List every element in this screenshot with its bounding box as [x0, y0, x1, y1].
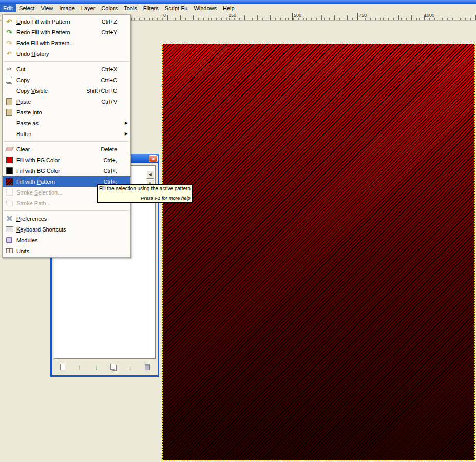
gimp-window: { "menubar": { "items": [ {"label": "Edi…: [0, 0, 476, 462]
close-icon[interactable]: ×: [149, 155, 158, 162]
new-document-icon: [60, 364, 65, 370]
stroke-selection-icon: [4, 188, 15, 197]
tooltip-text: Fill the selection using the active patt…: [99, 186, 191, 191]
canvas[interactable]: [162, 44, 475, 460]
menu-item-units[interactable]: Units: [3, 245, 130, 256]
refresh-button[interactable]: [125, 362, 136, 372]
menu-item-label: Fill with Pattern: [16, 179, 55, 185]
submenu-arrow-icon: ▶: [123, 131, 129, 136]
menu-item-cut[interactable]: Cut Ctrl+X: [3, 64, 130, 74]
menu-layer[interactable]: Layer: [78, 4, 99, 12]
paste-into-icon: [4, 108, 15, 117]
menu-item-label: Fill with FG Color: [16, 157, 60, 163]
submenu-arrow-icon: ▶: [123, 121, 129, 125]
copy-icon: [4, 75, 15, 84]
menu-item-label: Paste: [16, 99, 31, 105]
menu-item-fade[interactable]: Fade Fill with Pattern...: [3, 37, 130, 48]
menu-item-copy[interactable]: Copy Ctrl+C: [3, 74, 130, 85]
menu-item-label: Paste as: [16, 120, 39, 126]
import-arrow-icon: [129, 363, 132, 371]
clear-icon: [4, 145, 15, 153]
menu-item-label: Fill with BG Color: [16, 168, 60, 174]
menu-item-modules[interactable]: Modules: [3, 235, 130, 245]
delete-button[interactable]: [142, 362, 153, 372]
ruler-label: 500: [294, 13, 301, 18]
menu-separator: [3, 59, 130, 64]
tooltip: Fill the selection using the active patt…: [97, 184, 193, 203]
menu-item-undo-history[interactable]: Undo History: [3, 48, 130, 59]
menu-separator: [3, 208, 130, 213]
menu-item-paste-into[interactable]: Paste Into: [3, 107, 130, 118]
menu-filters[interactable]: Filters: [140, 4, 162, 12]
menu-item-keyboard-shortcuts[interactable]: Keyboard Shortcuts: [3, 224, 130, 235]
edit-menu-panel: Undo Fill with Pattern Ctrl+Z Redo Fill …: [2, 14, 131, 258]
menu-item-paste-as[interactable]: Paste as ▶: [3, 118, 130, 128]
lower-button[interactable]: [91, 362, 102, 372]
menu-item-fill-bg[interactable]: Fill with BG Color Ctrl+.: [3, 165, 130, 176]
menu-help[interactable]: Help: [220, 4, 238, 12]
menu-item-label: Preferences: [16, 216, 47, 222]
menu-item-label: Undo Fill with Pattern: [16, 18, 70, 25]
new-button[interactable]: [58, 362, 68, 372]
raise-button[interactable]: [74, 362, 85, 372]
menu-item-copy-visible[interactable]: Copy Visible Shift+Ctrl+C: [3, 85, 130, 96]
menu-item-label: Fade Fill with Pattern...: [16, 40, 74, 46]
menu-image[interactable]: Image: [56, 4, 78, 12]
menu-item-fill-fg[interactable]: Fill with FG Color Ctrl+,: [3, 155, 130, 165]
duplicate-icon: [110, 364, 115, 370]
dialog-toolbar: [54, 361, 156, 373]
fg-color-icon: [4, 156, 15, 164]
menu-item-shortcut: Ctrl+Z: [102, 18, 123, 25]
menu-item-shortcut: Ctrl+;: [103, 179, 123, 185]
menu-separator: [3, 139, 130, 144]
duplicate-button[interactable]: [108, 362, 119, 372]
menu-item-label: Redo Fill with Pattern: [16, 29, 70, 35]
undo-history-icon: [4, 49, 15, 58]
menu-item-label: Stroke Path...: [16, 200, 51, 206]
menu-item-clear[interactable]: Clear Delete: [3, 144, 130, 155]
cut-icon: [4, 65, 15, 73]
raise-arrow-icon: [78, 363, 81, 371]
menu-item-shortcut: Ctrl+V: [101, 99, 123, 105]
menu-item-shortcut: Ctrl+.: [103, 168, 123, 174]
menu-item-label: Cut: [16, 66, 25, 72]
menu-select[interactable]: Select: [16, 4, 38, 12]
bg-color-icon: [4, 166, 15, 175]
menu-colors[interactable]: Colors: [98, 4, 121, 12]
menu-item-paste[interactable]: Paste Ctrl+V: [3, 96, 130, 107]
fade-icon: [4, 38, 15, 47]
menu-item-label: Modules: [16, 237, 38, 243]
menu-item-label: Copy: [16, 77, 30, 83]
menu-item-label: Clear: [16, 146, 30, 152]
menu-item-shortcut: Ctrl+,: [103, 157, 123, 163]
menu-item-label: Keyboard Shortcuts: [16, 226, 66, 233]
menu-windows[interactable]: Windows: [191, 4, 220, 12]
keyboard-icon: [4, 225, 15, 234]
menu-item-shortcut: Ctrl+X: [101, 66, 123, 72]
ruler-label: 1000: [424, 13, 434, 18]
menu-item-label: Paste Into: [16, 109, 42, 116]
menu-item-shortcut: Ctrl+Y: [101, 29, 123, 35]
stroke-path-icon: [4, 199, 15, 207]
menu-item-shortcut: Ctrl+C: [101, 77, 123, 83]
undo-icon: [4, 17, 15, 26]
menu-edit[interactable]: Edit: [0, 4, 16, 12]
menu-item-label: Copy Visible: [16, 88, 48, 94]
redo-icon: [4, 28, 15, 36]
tooltip-help-hint: Press F1 for more help: [99, 195, 191, 201]
menu-item-undo[interactable]: Undo Fill with Pattern Ctrl+Z: [3, 16, 130, 27]
menu-view[interactable]: View: [38, 4, 56, 12]
dock-tab-left-icon[interactable]: ◀: [146, 170, 154, 179]
menu-item-redo[interactable]: Redo Fill with Pattern Ctrl+Y: [3, 27, 130, 37]
units-icon: [4, 246, 15, 255]
menu-script-fu[interactable]: Script-Fu: [162, 4, 191, 12]
menu-tools[interactable]: Tools: [121, 4, 140, 12]
window-titlebar[interactable]: [0, 0, 476, 4]
ruler-label: 750: [359, 13, 367, 18]
menu-item-label: Units: [16, 248, 29, 254]
menu-item-label: Undo History: [16, 51, 49, 57]
trash-icon: [145, 364, 150, 370]
menu-item-preferences[interactable]: Preferences: [3, 213, 130, 224]
ruler-label: 0: [163, 13, 166, 18]
menu-item-buffer[interactable]: Buffer ▶: [3, 128, 130, 139]
